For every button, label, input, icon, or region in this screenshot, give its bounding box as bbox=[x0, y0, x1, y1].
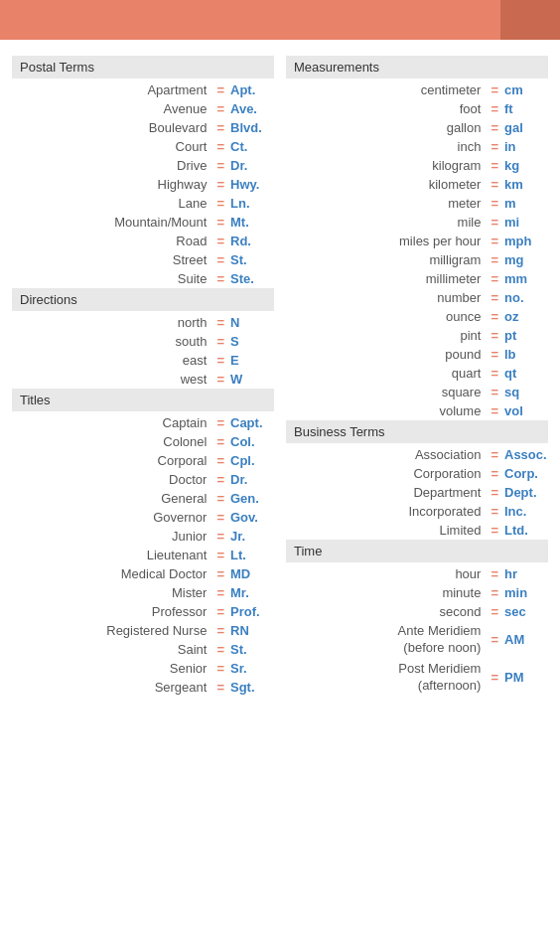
abbreviation-term: number bbox=[286, 290, 485, 305]
equals-sign: = bbox=[485, 385, 504, 399]
abbreviation-term: Junior bbox=[12, 529, 210, 544]
abbreviation-value: Ave. bbox=[230, 101, 274, 116]
right-column: Measurementscentimeter=cmfoot=ftgallon=g… bbox=[286, 56, 548, 697]
table-row: Colonel=Col. bbox=[12, 432, 274, 451]
abbreviation-value: W bbox=[230, 372, 274, 387]
abbreviation-value: kg bbox=[504, 158, 548, 173]
abbreviation-value: pt bbox=[504, 328, 548, 343]
abbreviation-value: E bbox=[230, 353, 274, 368]
equals-sign: = bbox=[210, 453, 230, 468]
table-row: Highway=Hwy. bbox=[12, 175, 274, 194]
table-row: Sergeant=Sgt. bbox=[12, 678, 274, 697]
abbreviation-value: Jr. bbox=[230, 529, 274, 544]
table-row: Lane=Ln. bbox=[12, 194, 274, 213]
section-titles: TitlesCaptain=Capt.Colonel=Col.Corporal=… bbox=[12, 389, 274, 697]
equals-sign: = bbox=[210, 415, 230, 430]
abbreviation-value: sq bbox=[504, 385, 548, 399]
abbreviation-term: minute bbox=[286, 585, 485, 600]
table-row: Department=Dept. bbox=[286, 483, 548, 502]
equals-sign: = bbox=[210, 566, 230, 581]
abbreviation-term: Ante Meridiem (before noon) bbox=[286, 623, 485, 657]
abbreviation-value: in bbox=[504, 139, 548, 154]
table-row: ounce=oz bbox=[286, 307, 548, 326]
table-row: hour=hr bbox=[286, 564, 548, 583]
table-row: Court=Ct. bbox=[12, 137, 274, 156]
table-row: Corporal=Cpl. bbox=[12, 451, 274, 470]
table-row: quart=qt bbox=[286, 364, 548, 383]
abbreviation-value: Dr. bbox=[230, 472, 274, 487]
abbreviation-term: Department bbox=[286, 485, 485, 500]
equals-sign: = bbox=[485, 120, 504, 135]
table-row: Road=Rd. bbox=[12, 232, 274, 250]
abbreviation-term: Sergeant bbox=[12, 680, 210, 695]
abbreviation-term: Mister bbox=[12, 585, 210, 600]
table-row: centimeter=cm bbox=[286, 80, 548, 99]
section-business-terms: Business TermsAssociation=Assoc.Corporat… bbox=[286, 420, 548, 540]
table-row: Apartment=Apt. bbox=[12, 80, 274, 99]
abbreviation-term: Saint bbox=[12, 642, 210, 657]
abbreviation-value: m bbox=[504, 196, 548, 211]
table-row: Boulevard=Blvd. bbox=[12, 118, 274, 137]
equals-sign: = bbox=[210, 120, 230, 135]
equals-sign: = bbox=[210, 271, 230, 286]
table-row: number=no. bbox=[286, 288, 548, 307]
equals-sign: = bbox=[210, 252, 230, 267]
abbreviation-term: gallon bbox=[286, 120, 485, 135]
equals-sign: = bbox=[485, 604, 504, 619]
table-row: volume=vol bbox=[286, 401, 548, 420]
equals-sign: = bbox=[485, 328, 504, 343]
abbreviation-term: General bbox=[12, 491, 210, 506]
abbreviation-value: ft bbox=[504, 101, 548, 116]
section-time: Timehour=hrminute=minsecond=secAnte Meri… bbox=[286, 540, 548, 697]
abbreviation-term: hour bbox=[286, 566, 485, 581]
equals-sign: = bbox=[210, 101, 230, 116]
table-row: Lieutenant=Lt. bbox=[12, 546, 274, 564]
table-row: Suite=Ste. bbox=[12, 269, 274, 288]
header-ribbon-decoration bbox=[500, 0, 560, 40]
abbreviation-value: Rd. bbox=[230, 234, 274, 248]
table-row: meter=m bbox=[286, 194, 548, 213]
equals-sign: = bbox=[485, 632, 504, 647]
main-content: Postal TermsApartment=Apt.Avenue=Ave.Bou… bbox=[0, 48, 560, 705]
abbreviation-value: AM bbox=[504, 632, 548, 647]
abbreviation-value: min bbox=[504, 585, 548, 600]
abbreviation-term: Boulevard bbox=[12, 120, 210, 135]
table-row: Junior=Jr. bbox=[12, 527, 274, 546]
equals-sign: = bbox=[210, 529, 230, 544]
equals-sign: = bbox=[210, 234, 230, 248]
abbreviation-value: Apt. bbox=[230, 82, 274, 97]
table-row: Post Meridiem (afternoon)=PM bbox=[286, 659, 548, 697]
table-row: Registered Nurse=RN bbox=[12, 621, 274, 640]
equals-sign: = bbox=[210, 315, 230, 330]
equals-sign: = bbox=[485, 523, 504, 538]
abbreviation-term: Medical Doctor bbox=[12, 566, 210, 581]
table-row: General=Gen. bbox=[12, 489, 274, 508]
table-row: foot=ft bbox=[286, 99, 548, 118]
left-column: Postal TermsApartment=Apt.Avenue=Ave.Bou… bbox=[12, 56, 274, 697]
equals-sign: = bbox=[210, 215, 230, 230]
equals-sign: = bbox=[485, 252, 504, 267]
abbreviation-value: MD bbox=[230, 566, 274, 581]
equals-sign: = bbox=[210, 372, 230, 387]
section-directions: Directionsnorth=Nsouth=Seast=Ewest=W bbox=[12, 288, 274, 389]
section-header: Measurements bbox=[286, 56, 548, 79]
abbreviation-term: ounce bbox=[286, 309, 485, 324]
abbreviation-value: vol bbox=[504, 403, 548, 418]
table-row: Professor=Prof. bbox=[12, 602, 274, 621]
table-row: Saint=St. bbox=[12, 640, 274, 659]
table-row: Captain=Capt. bbox=[12, 413, 274, 432]
section-header: Titles bbox=[12, 389, 274, 411]
abbreviation-term: volume bbox=[286, 403, 485, 418]
section-postal-terms: Postal TermsApartment=Apt.Avenue=Ave.Bou… bbox=[12, 56, 274, 288]
abbreviation-value: Mr. bbox=[230, 585, 274, 600]
abbreviation-value: sec bbox=[504, 604, 548, 619]
abbreviation-term: Lieutenant bbox=[12, 548, 210, 562]
section-header: Business Terms bbox=[286, 420, 548, 443]
abbreviation-term: Colonel bbox=[12, 434, 210, 449]
abbreviation-term: Court bbox=[12, 139, 210, 154]
abbreviation-term: Road bbox=[12, 234, 210, 248]
abbreviation-value: Col. bbox=[230, 434, 274, 449]
abbreviation-value: PM bbox=[504, 670, 548, 685]
abbreviation-value: Ct. bbox=[230, 139, 274, 154]
abbreviation-value: Corp. bbox=[504, 466, 548, 481]
